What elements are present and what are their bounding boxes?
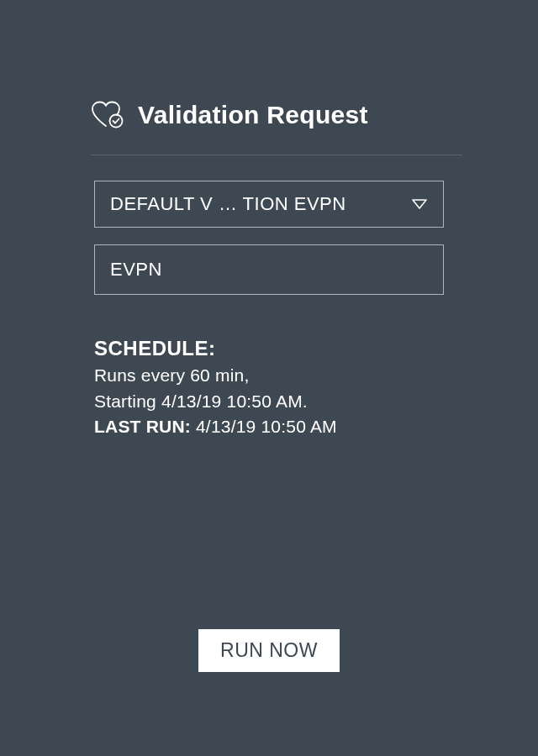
select-value: DEFAULT V … TION EVPN — [110, 193, 346, 215]
schedule-start: Starting 4/13/19 10:50 AM. — [94, 390, 462, 413]
last-run-label: LAST RUN: — [94, 417, 191, 436]
validation-request-panel: Validation Request DEFAULT V … TION EVPN… — [0, 0, 538, 756]
svg-point-0 — [110, 115, 123, 128]
validation-name-input[interactable]: EVPN — [94, 244, 444, 295]
schedule-last-run: LAST RUN: 4/13/19 10:50 AM — [94, 415, 462, 438]
validation-type-select[interactable]: DEFAULT V … TION EVPN — [94, 181, 444, 228]
schedule-label: SCHEDULE: — [94, 335, 462, 362]
chevron-down-icon — [411, 193, 428, 215]
schedule-info: SCHEDULE: Runs every 60 min, Starting 4/… — [76, 335, 462, 438]
schedule-frequency: Runs every 60 min, — [94, 364, 462, 387]
header: Validation Request — [91, 101, 462, 155]
form-area: DEFAULT V … TION EVPN EVPN — [76, 181, 462, 295]
action-row: RUN NOW — [76, 629, 462, 722]
page-title: Validation Request — [138, 101, 368, 129]
run-now-button[interactable]: RUN NOW — [198, 629, 340, 672]
last-run-value: 4/13/19 10:50 AM — [191, 417, 337, 436]
heart-check-icon — [91, 101, 124, 129]
